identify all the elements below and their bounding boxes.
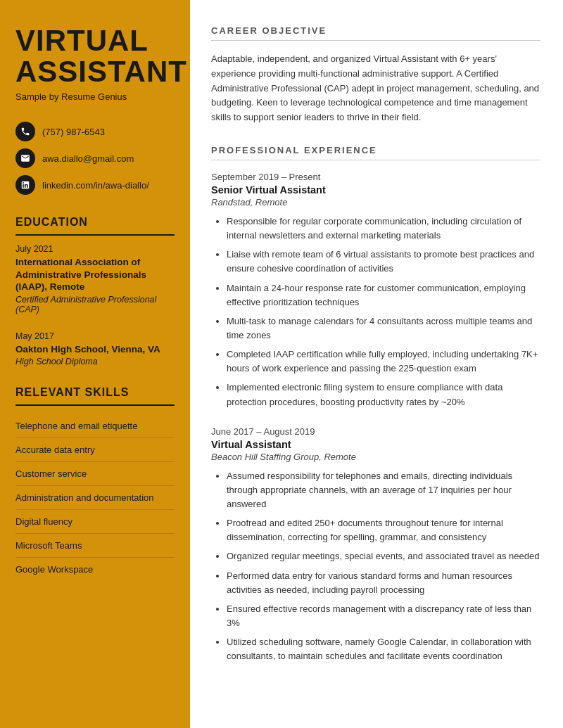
phone-icon <box>15 122 35 141</box>
career-objective-text: Adaptable, independent, and organized Vi… <box>211 52 540 125</box>
experience-divider <box>211 160 540 160</box>
edu-school-1: Oakton High School, Vienna, VA <box>15 343 175 356</box>
job-title-0: Senior Virtual Assistant <box>211 184 540 196</box>
skill-3: Administration and documentation <box>15 486 175 510</box>
resume-container: VIRTUAL ASSISTANT Sample by Resume Geniu… <box>0 0 563 728</box>
job-date-1: June 2017 – August 2019 <box>211 426 540 437</box>
job-bullets-1: Assumed responsibility for telephones an… <box>211 469 540 664</box>
job-title-1: Virtual Assistant <box>211 439 540 450</box>
skill-1: Accurate data entry <box>15 438 175 462</box>
skill-2: Customer service <box>15 462 175 486</box>
job-1: June 2017 – August 2019 Virtual Assistan… <box>211 426 540 664</box>
education-item-1: May 2017 Oakton High School, Vienna, VA … <box>15 331 175 367</box>
bullet-1-4: Ensured effective records management wit… <box>227 602 540 630</box>
job-date-0: September 2019 – Present <box>211 172 540 182</box>
job-company-1: Beacon Hill Staffing Group, Remote <box>211 452 540 462</box>
email-text: awa.diallo@gmail.com <box>42 153 134 164</box>
job-0: September 2019 – Present Senior Virtual … <box>211 172 540 409</box>
email-contact: awa.diallo@gmail.com <box>15 148 175 168</box>
edu-degree-0: Certified Administrative Professional (C… <box>15 295 175 314</box>
email-icon <box>15 148 35 168</box>
skills-section: RELEVANT SKILLS Telephone and email etiq… <box>15 386 175 581</box>
bullet-1-5: Utilized scheduling software, namely Goo… <box>227 635 540 663</box>
job-bullets-0: Responsible for regular corporate commun… <box>211 215 540 409</box>
phone-text: (757) 987-6543 <box>42 127 105 137</box>
contact-block: (757) 987-6543 awa.diallo@gmail.com link… <box>15 122 175 195</box>
linkedin-contact: linkedin.com/in/awa-diallo/ <box>15 175 175 195</box>
skills-divider <box>15 404 175 406</box>
edu-degree-1: High School Diploma <box>15 357 175 366</box>
resume-subtitle: Sample by Resume Genius <box>15 91 175 102</box>
bullet-1-3: Performed data entry for various standar… <box>227 569 540 597</box>
career-objective-divider <box>211 40 540 41</box>
skill-0: Telephone and email etiquette <box>15 414 175 438</box>
bullet-1-2: Organized regular meetings, special even… <box>227 549 540 563</box>
education-title: EDUCATION <box>15 216 175 229</box>
edu-date-0: July 2021 <box>15 244 175 254</box>
edu-school-0: International Association of Administrat… <box>15 256 175 293</box>
bullet-1-1: Proofread and edited 250+ documents thro… <box>227 516 540 544</box>
bullet-0-3: Multi-task to manage calendars for 4 con… <box>227 314 540 343</box>
resume-name: VIRTUAL ASSISTANT <box>15 25 175 87</box>
experience-section: PROFESSIONAL EXPERIENCE September 2019 –… <box>211 145 540 680</box>
education-item-0: July 2021 International Association of A… <box>15 244 175 314</box>
bullet-0-1: Liaise with remote team of 6 virtual ass… <box>227 248 540 276</box>
skill-5: Microsoft Teams <box>15 534 175 558</box>
skill-6: Google Workspace <box>15 558 175 581</box>
education-divider <box>15 234 175 236</box>
linkedin-text: linkedin.com/in/awa-diallo/ <box>42 180 149 191</box>
skill-4: Digital fluency <box>15 510 175 534</box>
skills-title: RELEVANT SKILLS <box>15 386 175 399</box>
main-content: CAREER OBJECTIVE Adaptable, independent,… <box>190 0 563 728</box>
bullet-0-4: Completed IAAP certification while fully… <box>227 347 540 376</box>
career-objective-title: CAREER OBJECTIVE <box>211 25 540 36</box>
bullet-0-5: Implemented electronic filing system to … <box>227 381 540 409</box>
education-section: EDUCATION July 2021 International Associ… <box>15 216 175 383</box>
sidebar: VIRTUAL ASSISTANT Sample by Resume Geniu… <box>0 0 190 728</box>
job-company-0: Randstad, Remote <box>211 197 540 207</box>
career-objective-section: CAREER OBJECTIVE Adaptable, independent,… <box>211 25 540 145</box>
bullet-0-0: Responsible for regular corporate commun… <box>227 215 540 243</box>
bullet-1-0: Assumed responsibility for telephones an… <box>227 469 540 511</box>
experience-title: PROFESSIONAL EXPERIENCE <box>211 145 540 155</box>
edu-date-1: May 2017 <box>15 331 175 341</box>
linkedin-icon <box>15 175 35 195</box>
bullet-0-2: Maintain a 24-hour response rate for cus… <box>227 281 540 309</box>
phone-contact: (757) 987-6543 <box>15 122 175 141</box>
